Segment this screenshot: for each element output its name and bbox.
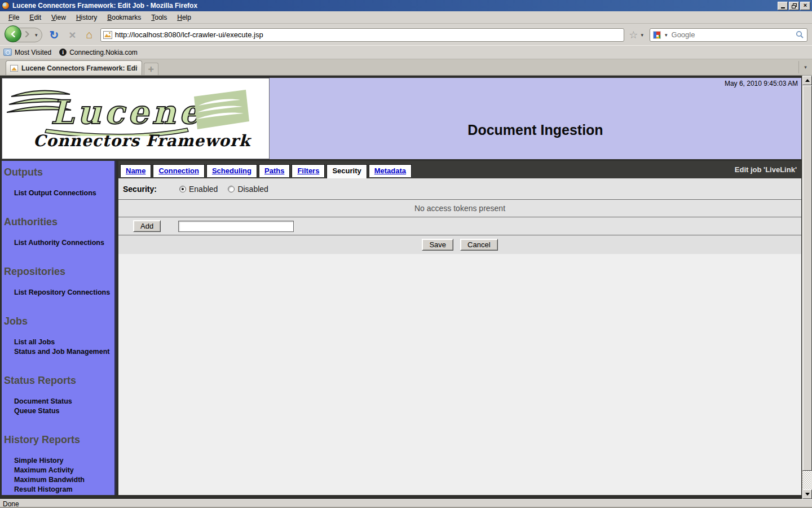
menu-edit[interactable]: Edit	[24, 12, 46, 23]
sidebar-item-maximum-activity[interactable]: Maximum Activity	[2, 466, 114, 475]
page-viewport: Lucene Connectors Framework May 6, 2010 …	[0, 76, 812, 499]
security-disabled-option[interactable]: Disabled	[228, 185, 268, 194]
firefox-icon	[2, 2, 10, 10]
tab-scheduling[interactable]: Scheduling	[206, 164, 257, 177]
sidebar-item-queue-status[interactable]: Queue Status	[2, 406, 114, 416]
browser-tab-active[interactable]: Lucene Connectors Framework: Edit ...	[6, 60, 142, 75]
sidebar-section-outputs: Outputs List Output Connections	[2, 163, 114, 198]
menu-tools[interactable]: Tools	[146, 12, 172, 23]
google-icon	[653, 31, 661, 39]
sidebar-item-list-repository-connections[interactable]: List Repository Connections	[2, 288, 114, 297]
history-dropdown-button[interactable]: ▾	[33, 32, 39, 38]
bookmarks-bar: Most Visited i Connecting.Nokia.com	[0, 45, 812, 59]
edit-job-caption: Edit job 'LiveLink'	[735, 165, 801, 174]
lucene-logo-panel: Lucene Connectors Framework	[2, 78, 270, 159]
window-title: Lucene Connectors Framework: Edit Job - …	[12, 2, 778, 10]
sidebar-item-list-authority-connections[interactable]: List Authority Connections	[2, 238, 114, 248]
list-all-tabs-button[interactable]: ▾	[798, 61, 812, 73]
forward-button[interactable]	[21, 30, 33, 39]
menu-history[interactable]: History	[71, 12, 102, 23]
forward-arrow-icon	[25, 31, 30, 37]
scrollbar-track[interactable]	[802, 471, 812, 489]
refresh-button[interactable]: ↻	[47, 28, 62, 42]
bookmark-label: Connecting.Nokia.com	[69, 49, 138, 56]
bookmark-dropdown-button[interactable]: ▾	[639, 32, 645, 38]
magnifier-icon[interactable]	[796, 30, 804, 39]
stop-button[interactable]: ×	[66, 28, 78, 42]
menu-file[interactable]: File	[3, 12, 24, 23]
sidebar-header: Authorities	[2, 205, 114, 238]
sidebar-section-jobs: Jobs List all Jobs Status and Job Manage…	[2, 304, 114, 357]
scroll-down-icon	[805, 493, 810, 496]
back-button[interactable]	[5, 25, 21, 42]
sidebar-item-document-status[interactable]: Document Status	[2, 397, 114, 406]
restore-button[interactable]	[789, 2, 799, 10]
status-text: Done	[3, 500, 19, 508]
security-enabled-option[interactable]: Enabled	[179, 185, 218, 194]
tab-name[interactable]: Name	[120, 164, 151, 177]
token-input[interactable]	[178, 221, 294, 232]
tab-paths[interactable]: Paths	[259, 164, 290, 177]
sidebar-section-authorities: Authorities List Authority Connections	[2, 205, 114, 248]
radio-enabled[interactable]	[179, 186, 186, 192]
tab-filters[interactable]: Filters	[292, 164, 325, 177]
menu-bookmarks[interactable]: Bookmarks	[102, 12, 146, 23]
bookmark-star-cluster: ☆ ▾	[629, 29, 645, 41]
save-button[interactable]: Save	[422, 239, 453, 251]
radio-disabled-label: Disabled	[237, 185, 268, 194]
close-button[interactable]: ×	[800, 2, 810, 10]
add-button[interactable]: Add	[133, 220, 161, 232]
logo-subtitle: Connectors Framework	[33, 132, 269, 150]
add-token-row: Add	[118, 217, 801, 235]
search-engine-dropdown[interactable]: ▾	[663, 32, 669, 38]
url-bar[interactable]	[100, 28, 625, 42]
vertical-scrollbar[interactable]	[802, 76, 812, 499]
timestamp: May 6, 2010 9:45:03 AM	[725, 80, 798, 87]
page-favicon	[103, 31, 112, 39]
menu-view[interactable]: View	[46, 12, 71, 23]
sidebar-item-result-histogram[interactable]: Result Histogram	[2, 485, 114, 494]
new-tab-button[interactable]: ✛	[144, 63, 158, 75]
tab-security[interactable]: Security	[326, 164, 367, 178]
scrollbar-thumb[interactable]	[802, 85, 812, 471]
bookmark-most-visited[interactable]: Most Visited	[3, 49, 51, 56]
page-title: Document Ingestion	[270, 78, 801, 138]
cancel-button[interactable]: Cancel	[460, 239, 497, 251]
bookmark-label: Most Visited	[15, 49, 51, 56]
search-input[interactable]	[672, 30, 793, 39]
menu-help[interactable]: Help	[172, 12, 196, 23]
title-bar[interactable]: Lucene Connectors Framework: Edit Job - …	[0, 0, 812, 11]
sidebar-section-repositories: Repositories List Repository Connections	[2, 255, 114, 297]
sidebar-item-list-all-jobs[interactable]: List all Jobs	[2, 338, 114, 347]
home-button[interactable]: ⌂	[83, 28, 96, 41]
bookmark-connecting-nokia[interactable]: i Connecting.Nokia.com	[59, 49, 138, 56]
sidebar-item-list-output-connections[interactable]: List Output Connections	[2, 189, 114, 198]
restore-icon	[792, 3, 797, 8]
status-bar: Done	[0, 499, 812, 508]
tab-connection[interactable]: Connection	[153, 164, 205, 177]
search-bar[interactable]: ▾	[650, 28, 807, 42]
sidebar: Outputs List Output Connections Authorit…	[2, 161, 116, 495]
bookmark-star-icon[interactable]: ☆	[629, 29, 638, 41]
menu-bar: File Edit View History Bookmarks Tools H…	[0, 11, 812, 24]
radio-disabled[interactable]	[228, 186, 235, 192]
sidebar-header: Status Reports	[2, 364, 114, 397]
sidebar-header: History Reports	[2, 423, 114, 456]
navigation-toolbar: ▾ ↻ × ⌂ ☆ ▾ ▾	[0, 24, 812, 45]
security-label: Security:	[123, 185, 179, 194]
sidebar-item-status-job-management[interactable]: Status and Job Management	[2, 347, 114, 357]
sidebar-item-maximum-bandwidth[interactable]: Maximum Bandwidth	[2, 475, 114, 485]
no-tokens-message: No access tokens present	[414, 204, 505, 213]
sidebar-item-simple-history[interactable]: Simple History	[2, 456, 114, 466]
back-arrow-icon	[10, 31, 16, 37]
tab-metadata[interactable]: Metadata	[369, 164, 412, 177]
scroll-up-button[interactable]	[802, 76, 812, 85]
scroll-down-button[interactable]	[802, 489, 812, 499]
minimize-button[interactable]	[778, 2, 788, 10]
close-icon: ×	[804, 2, 807, 8]
browser-tab-strip: Lucene Connectors Framework: Edit ... ✛ …	[0, 59, 812, 76]
main-content: Name Connection Scheduling Paths Filters…	[118, 161, 801, 495]
url-input[interactable]	[115, 30, 622, 39]
logo-book-icon	[194, 90, 249, 129]
most-visited-icon	[3, 49, 12, 56]
